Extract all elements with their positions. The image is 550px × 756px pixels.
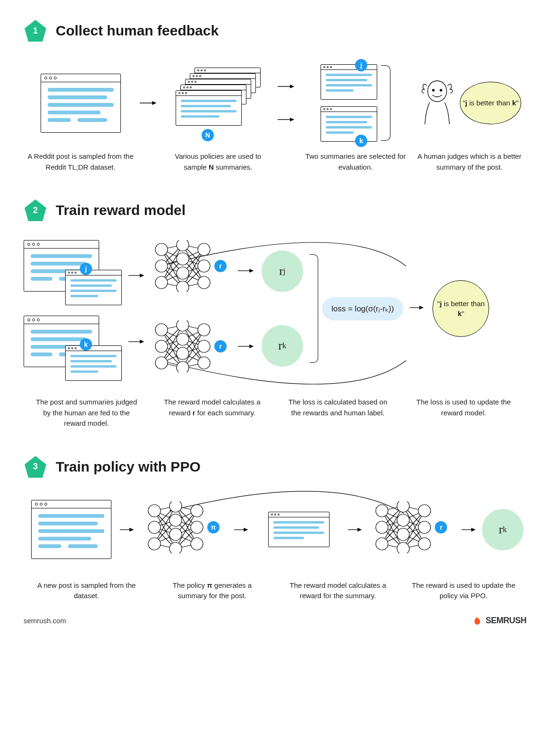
human-label: "j is better than k" — [432, 280, 489, 337]
reward-rj: rj — [262, 250, 303, 292]
input-pair-j: j — [24, 240, 118, 301]
brand-logo: SEMRUSH — [472, 616, 526, 626]
reward-model-ppo: r — [372, 501, 453, 558]
human-judge: "j is better than k" — [417, 63, 521, 143]
section-1-row: A Reddit post is sampled from the Reddit… — [24, 60, 526, 172]
badge-pi: π — [207, 521, 220, 533]
badge-3: 3 — [24, 455, 47, 479]
badge-1: 1 — [24, 19, 47, 43]
policy-network: π — [145, 501, 225, 558]
caption-3-2: The policy π generates a summary for the… — [158, 580, 266, 601]
caption-2-1: The post and summaries judged by the hum… — [32, 397, 141, 429]
caption-2-3: The loss is calculated based on the rewa… — [284, 397, 392, 418]
caption-3-3: The reward model calculates a reward for… — [284, 580, 392, 601]
input-pair-k: k — [24, 316, 118, 377]
caption-1-4: A human judges which is a better summary… — [415, 151, 524, 172]
arrow-icon — [128, 337, 146, 346]
summary-k: k — [321, 106, 377, 142]
section-1-title: Collect human feedback — [56, 23, 219, 39]
caption-2-2: The reward model calculates a reward r f… — [158, 397, 266, 418]
badge-1-num: 1 — [33, 26, 38, 36]
badge-N: N — [202, 129, 214, 141]
section-1-header: 1 Collect human feedback — [24, 19, 526, 43]
flame-icon — [472, 616, 482, 626]
loss-formula: loss = log(σ(rⱼ-rₖ)) — [322, 297, 403, 320]
arrow-icon — [410, 303, 426, 312]
arrow-icon — [128, 271, 146, 280]
caption-1-3: Two summaries are selected for evaluatio… — [301, 151, 410, 172]
reward-rk: rk — [262, 325, 303, 367]
caption-3-4: The reward is used to update the policy … — [409, 580, 518, 601]
badge-2: 2 — [24, 198, 47, 222]
svg-point-39 — [440, 89, 442, 91]
speech-bubble: "j is better than k" — [460, 82, 521, 124]
caption-2-4: The loss is used to update the reward mo… — [409, 397, 518, 418]
footer: semrush.com SEMRUSH — [24, 616, 526, 626]
section-2-title: Train reward model — [56, 202, 186, 218]
arrow-icon — [137, 60, 161, 146]
reddit-post-window — [41, 74, 121, 133]
svg-point-38 — [432, 89, 434, 91]
arrow-icon — [347, 497, 365, 563]
person-icon — [417, 77, 457, 129]
caption-3-1: A new post is sampled from the dataset. — [32, 580, 141, 601]
summary-j: j — [321, 64, 377, 100]
reward-output: rk — [482, 509, 524, 550]
arrow-icon — [118, 497, 137, 563]
summary-stack: N — [176, 68, 261, 138]
footer-url: semrush.com — [24, 617, 66, 625]
arrow-icon — [238, 266, 256, 275]
section-1: 1 Collect human feedback A Reddit post i… — [24, 19, 526, 172]
section-2: 2 Train reward model j — [24, 198, 526, 429]
caption-1-1: A Reddit post is sampled from the Reddit… — [26, 151, 135, 172]
arrow-icon — [233, 497, 252, 563]
reward-model-k: r — [152, 320, 232, 377]
arrow-icon — [460, 497, 479, 563]
caption-1-2: Various policies are used to sample N su… — [164, 151, 272, 172]
reward-model-j: r — [152, 240, 232, 297]
section-3-title: Train policy with PPO — [56, 459, 201, 475]
generated-summary — [268, 512, 330, 547]
badge-j: j — [355, 59, 367, 71]
arrow-icon — [275, 60, 299, 146]
arrow-icon — [238, 342, 256, 351]
new-post-window — [31, 500, 111, 559]
section-3: 3 Train policy with PPO — [24, 455, 526, 601]
badge-k: k — [355, 135, 367, 147]
